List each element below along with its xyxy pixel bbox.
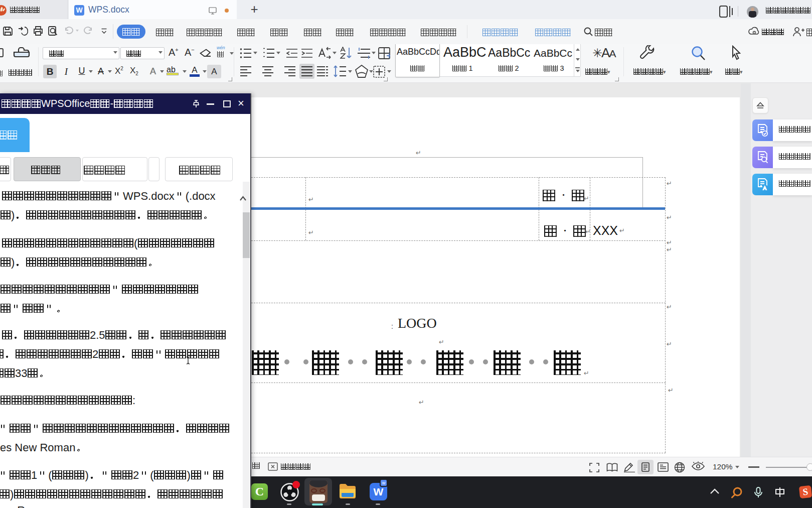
svg-text:A: A <box>763 185 767 191</box>
